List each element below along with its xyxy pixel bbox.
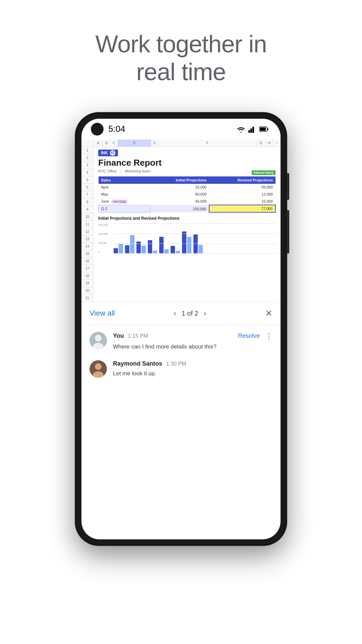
col-a: A [94,140,103,147]
comment-thread: You 1:15 PM Resolve ⋮ Where can I find m… [81,325,281,394]
comment-time-raymond: 1:30 PM [166,361,186,367]
ann-gray-tag: Ann Gray [111,200,127,204]
bar-group-6 [171,246,180,254]
hero-title: Work together in real time [54,30,308,86]
bar-dark-4 [148,240,152,254]
col-e: E [151,140,159,147]
bar-light-8 [198,245,203,254]
comment-time-you: 1:15 PM [128,333,148,339]
next-page-button[interactable]: › [204,309,206,318]
bar-light-7 [187,237,191,254]
chart-title: Initial Projections and Revised Projecti… [98,216,276,221]
comment-author-raymond: Raymond Santos [113,360,162,367]
cell-june-initial: 45,000 [150,198,209,205]
th-initial: Initial Projections [150,176,209,184]
cell-q2-label: Q 2 [99,205,150,212]
bar-light-2 [130,235,134,254]
status-time: 5:04 [108,124,125,134]
cell-q2-revised: 77,000 [209,205,276,212]
subtitle-team: Marketing team [125,169,150,173]
comment-item-raymond: Raymond Santos 1:30 PM Let me look it up… [89,360,273,378]
hero-line1: Work together in [96,31,267,57]
spreadsheet-area[interactable]: A B C D E F G H I 1 2 3 4 [81,140,281,302]
col-c: C [110,140,118,147]
svg-point-11 [95,363,102,370]
th-revised: Revised Projections Edward Wang [209,176,276,184]
finance-table-container: Sales Initial Projections Revised Projec… [94,176,281,213]
bar-dark-1 [114,248,118,254]
cell-june-label: June Ann Gray [99,198,150,205]
more-options-button[interactable]: ⋮ [265,332,273,340]
doc-content: INK 42 Finance Report NYC Office | Marke… [94,147,281,302]
bar-group-1 [114,244,123,254]
doc-header: INK 42 Finance Report NYC Office | Marke… [94,147,281,173]
bar-light-1 [119,244,123,254]
svg-rect-6 [260,127,266,131]
close-button[interactable]: ✕ [265,308,273,319]
th-sales: Sales [99,176,150,184]
bar-dark-6 [171,246,175,254]
edward-tag: Edward Wang [252,170,276,175]
cell-april-revised: 50,000 [209,184,276,191]
col-d: D [118,140,151,147]
chart-container: Initial Projections and Revised Projecti… [94,213,281,256]
cell-june-revised: 15,000 [209,198,276,205]
comment-panel: View all ‹ 1 of 2 › ✕ [81,302,281,394]
gridline-150k [114,223,276,224]
doc-subtitle: NYC Office | Marketing team [98,169,276,173]
cell-may-revised: 12,000 [209,191,276,198]
row-header-col [81,140,94,147]
battery-icon [259,126,268,132]
tag-number: 42 [110,150,115,156]
cell-april-initial: 25,000 [150,184,209,191]
status-bar: 5:04 [81,119,281,140]
page-indicator: 1 of 2 [182,310,198,317]
resolve-button[interactable]: Resolve [238,332,260,339]
chart-area: 150,000 100,000 50,000 0 [98,223,276,254]
cell-may-label: May [99,191,150,198]
prev-page-button[interactable]: ‹ [174,309,176,318]
row-numbers: 1 2 3 4 5 6 7 8 9 10 11 12 13 14 15 16 1 [81,147,94,302]
comment-actions-you: Resolve ⋮ [238,332,273,340]
bar-group-2 [125,235,134,254]
col-b: B [103,140,110,147]
camera-hole [91,123,104,136]
cell-april-label: April [99,184,150,191]
comment-text-you: Where can I find more details about this… [113,342,273,351]
avatar-raymond [89,360,107,378]
bar-dark-5 [159,237,164,254]
gridline-0 [114,253,276,254]
col-f: F [159,140,256,147]
table-row-q2: Q 2 150,000 77,000 [99,205,276,212]
phone-mockup: 5:04 [75,113,287,545]
tag-label: INK [101,151,108,155]
cell-q2-initial: 150,000 [150,205,209,212]
table-row-may: May 80,000 12,000 [99,191,276,198]
svg-point-8 [95,335,102,341]
wifi-icon [236,125,246,133]
svg-rect-0 [248,130,250,133]
subtitle-office: NYC Office [98,169,117,173]
bar-group-5 [159,237,169,254]
comment-item-you: You 1:15 PM Resolve ⋮ Where can I find m… [89,332,273,351]
ink-tag: INK 42 [98,150,118,156]
col-g: G [256,140,266,147]
bar-dark-7 [182,231,186,254]
table-row-april: April 25,000 50,000 [99,184,276,191]
status-icons [236,125,268,133]
signal-icon [248,125,256,133]
svg-rect-5 [267,128,268,130]
bar-group-7 [182,231,191,254]
hero-line2: real time [136,58,226,85]
col-i: I [273,140,281,147]
bar-dark-2 [125,245,129,254]
view-all-button[interactable]: View all [89,309,115,318]
bar-group-4 [148,240,157,254]
gridline-100k [114,233,276,234]
comment-meta-you: You 1:15 PM Resolve ⋮ [113,332,273,340]
gridline-50k [114,244,276,244]
sheet-content: 1 2 3 4 5 6 7 8 9 10 11 12 13 14 15 16 1 [81,147,281,302]
comment-meta-raymond: Raymond Santos 1:30 PM [113,360,273,367]
finance-report-title: Finance Report [98,158,276,168]
comment-content-you: You 1:15 PM Resolve ⋮ Where can I find m… [113,332,273,351]
